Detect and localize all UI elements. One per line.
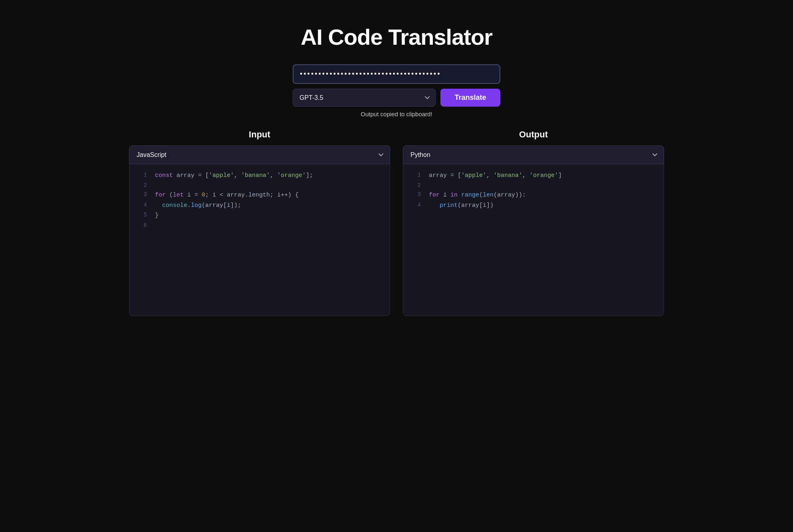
table-row: 1 const array = ['apple', 'banana', 'ora…	[129, 171, 390, 181]
output-panel: Output Python JavaScript TypeScript Java…	[403, 129, 664, 316]
input-label: Input	[129, 129, 390, 140]
table-row: 2	[403, 181, 664, 191]
table-row: 3 for i in range(len(array)):	[403, 190, 664, 200]
input-code-lines: 1 const array = ['apple', 'banana', 'ora…	[129, 171, 390, 230]
output-code-lines: 1 array = ['apple', 'banana', 'orange'] …	[403, 171, 664, 210]
controls-section: GPT-3.5 GPT-4 GPT-4 Turbo Translate	[293, 64, 500, 107]
translate-button[interactable]: Translate	[440, 89, 500, 107]
api-key-input[interactable]	[293, 64, 500, 84]
table-row: 4 console.log(array[i]);	[129, 200, 390, 211]
translate-row: GPT-3.5 GPT-4 GPT-4 Turbo Translate	[293, 89, 500, 107]
table-row: 1 array = ['apple', 'banana', 'orange']	[403, 171, 664, 181]
editors-section: Input JavaScript Python TypeScript Java …	[129, 129, 664, 316]
output-language-select[interactable]: Python JavaScript TypeScript Java C++ Ru…	[403, 145, 664, 164]
output-code-area: 1 array = ['apple', 'banana', 'orange'] …	[403, 164, 664, 316]
table-row: 5 }	[129, 210, 390, 221]
table-row: 3 for (let i = 0; i < array.length; i++)…	[129, 190, 390, 200]
page-title: AI Code Translator	[301, 24, 492, 50]
table-row: 6	[129, 221, 390, 230]
table-row: 2	[129, 181, 390, 191]
output-label: Output	[403, 129, 664, 140]
status-message: Output copied to clipboard!	[361, 111, 432, 117]
input-language-select[interactable]: JavaScript Python TypeScript Java C++ Ru…	[129, 145, 390, 164]
table-row: 4 print(array[i])	[403, 200, 664, 211]
input-panel: Input JavaScript Python TypeScript Java …	[129, 129, 390, 316]
model-select[interactable]: GPT-3.5 GPT-4 GPT-4 Turbo	[293, 89, 436, 107]
input-code-area: 1 const array = ['apple', 'banana', 'ora…	[129, 164, 390, 316]
